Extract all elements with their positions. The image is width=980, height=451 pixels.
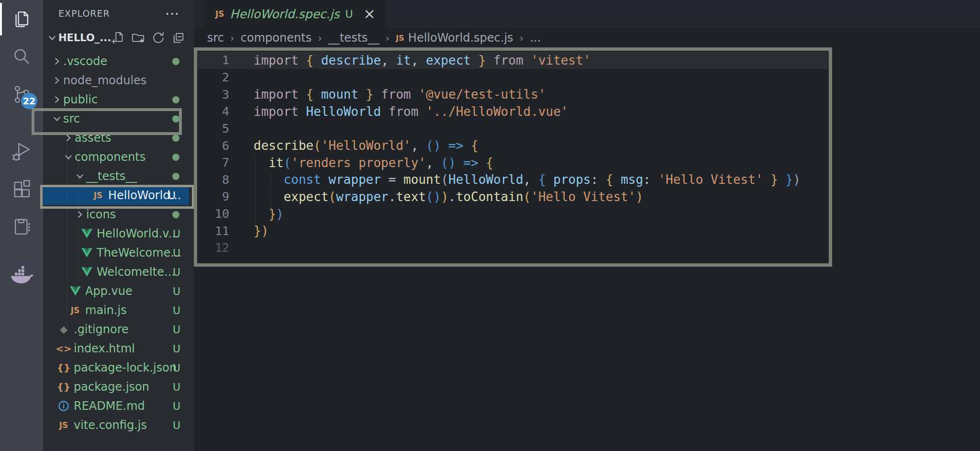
untracked-badge: U: [173, 419, 180, 431]
git-file-icon: ◆: [56, 324, 74, 335]
new-folder-icon[interactable]: [131, 30, 146, 45]
breadcrumb-item-components[interactable]: components: [241, 31, 312, 45]
more-actions-icon[interactable]: ⋯: [165, 9, 179, 18]
info-file-icon: [56, 400, 74, 412]
sidebar-header: EXPLORER ⋯: [43, 0, 194, 27]
code-line-12[interactable]: 12: [194, 239, 980, 257]
code-line-10[interactable]: 10 }): [194, 205, 980, 223]
activity-item-docker[interactable]: [0, 257, 43, 294]
docker-icon: [10, 265, 33, 285]
line-number: 2: [194, 70, 229, 84]
tree-item-label: .gitignore: [74, 323, 129, 336]
activity-item-extensions[interactable]: [0, 170, 43, 208]
code-text: expect(wrapper.text()).toContain('Hello …: [229, 190, 643, 204]
tree-item-src[interactable]: src: [43, 109, 194, 128]
activity-item-source-control[interactable]: 22: [0, 76, 43, 113]
tree-item-package-lock-json[interactable]: {}package-lock.jsonU: [43, 358, 194, 377]
untracked-badge: U: [173, 247, 180, 259]
tree-item-label: README.md: [74, 399, 145, 413]
modified-dot-badge: [172, 211, 179, 218]
tree-item-label: src: [63, 112, 80, 125]
code-text: const wrapper = mount(HelloWorld, { prop…: [229, 172, 801, 187]
breadcrumb-item-[interactable]: ...: [530, 31, 541, 45]
tree-item-public[interactable]: public: [43, 90, 194, 109]
activity-item-run-debug[interactable]: [0, 133, 43, 170]
explorer-sidebar: EXPLORER ⋯ HELLO_... .vscodenode_modules…: [43, 0, 194, 451]
code-line-7[interactable]: 7 it('renders properly', () => {: [194, 154, 980, 171]
tree-item-label: index.html: [74, 342, 135, 355]
tab-helloworld-spec-js[interactable]: JS HelloWorld.spec.js U ×: [205, 0, 386, 28]
tree-item-main-js[interactable]: JSmain.jsU: [43, 301, 194, 320]
code-line-3[interactable]: 3import { mount } from '@vue/test-utils': [194, 86, 980, 103]
new-file-icon[interactable]: [111, 30, 126, 45]
breadcrumb-item-tests[interactable]: __tests__: [328, 31, 379, 45]
code-line-5[interactable]: 5: [194, 120, 980, 137]
tree-item-vite-config-js[interactable]: JSvite.config.jsU: [43, 416, 194, 435]
tree-item-label: __tests__: [86, 169, 137, 183]
tree-item-welcomeite[interactable]: WelcomeIte...U: [43, 262, 194, 282]
untracked-badge: U: [173, 285, 180, 297]
chevron-right-icon: [63, 133, 74, 143]
tree-item-tests[interactable]: __tests__: [43, 167, 194, 186]
breadcrumb-item-helloworld-spec-js[interactable]: JSHelloWorld.spec.js: [396, 31, 513, 45]
code-editor[interactable]: 1import { describe, it, expect } from 'v…: [194, 48, 980, 451]
vue-file-icon: [79, 267, 97, 277]
code-line-2[interactable]: 2: [194, 69, 980, 86]
modified-dot-badge: [172, 135, 179, 142]
untracked-badge: U: [168, 190, 176, 202]
line-number: 5: [194, 122, 229, 135]
code-line-4[interactable]: 4import HelloWorld from '../HelloWorld.v…: [194, 103, 980, 120]
untracked-badge: U: [173, 228, 180, 240]
js-file-icon: JS: [56, 420, 74, 430]
tree-item-helloworld[interactable]: JSHelloWorld...U: [43, 186, 189, 205]
code-text: import { describe, it, expect } from 'vi…: [229, 53, 590, 68]
explorer-toolbar: [111, 30, 186, 45]
activity-item-explorer[interactable]: [0, 1, 43, 38]
close-icon[interactable]: ×: [364, 9, 376, 19]
code-text: it('renders properly', () => {: [229, 156, 493, 170]
line-number: 4: [194, 104, 229, 118]
vue-file-icon: [79, 229, 97, 238]
source-control-badge: 22: [21, 93, 37, 109]
tree-item-label: TheWelcome...: [97, 246, 181, 259]
code-line-11[interactable]: 11}): [194, 222, 980, 239]
explorer-section-header[interactable]: HELLO_...: [43, 27, 194, 49]
chevron-right-icon: [52, 94, 62, 105]
tree-item-vscode[interactable]: .vscode: [43, 52, 194, 71]
line-number: 10: [194, 207, 229, 221]
code-indent-guide: [255, 157, 256, 224]
code-text: describe('HelloWorld', () => {: [229, 138, 479, 153]
code-line-8[interactable]: 8 const wrapper = mount(HelloWorld, { pr…: [194, 171, 980, 188]
json-file-icon: {}: [56, 381, 74, 393]
tree-item-package-json[interactable]: {}package.jsonU: [43, 377, 194, 396]
tree-item-helloworld-v[interactable]: HelloWorld.v...U: [43, 224, 194, 243]
refresh-icon[interactable]: [151, 30, 166, 45]
tree-item-app-vue[interactable]: App.vueU: [43, 282, 194, 301]
collapse-all-icon[interactable]: [171, 30, 186, 45]
tree-item-index-html[interactable]: <>index.htmlU: [43, 339, 194, 358]
activity-item-notebook[interactable]: [0, 208, 43, 245]
line-number: 12: [194, 241, 229, 255]
tree-item-label: components: [75, 150, 145, 164]
code-line-1[interactable]: 1import { describe, it, expect } from 'v…: [194, 52, 829, 69]
untracked-badge: U: [345, 8, 353, 20]
js-file-icon: JS: [91, 191, 108, 200]
breadcrumb: src›components›__tests__›JSHelloWorld.sp…: [194, 28, 980, 48]
tree-item-node-modules[interactable]: node_modules: [43, 71, 194, 90]
tree-item-label: package.json: [74, 380, 149, 394]
editor-group: JS HelloWorld.spec.js U × src›components…: [194, 0, 980, 451]
tree-item-label: public: [63, 93, 98, 106]
breadcrumb-item-src[interactable]: src: [207, 31, 224, 45]
tree-item-readme-md[interactable]: README.mdU: [43, 396, 194, 416]
activity-item-search[interactable]: [0, 38, 43, 76]
tree-item-assets[interactable]: assets: [43, 128, 194, 147]
vue-file-icon: [79, 248, 97, 258]
code-line-9[interactable]: 9 expect(wrapper.text()).toContain('Hell…: [194, 188, 980, 205]
tree-item-thewelcome[interactable]: TheWelcome...U: [43, 243, 194, 262]
code-text: import { mount } from '@vue/test-utils': [229, 87, 546, 101]
untracked-badge: U: [173, 381, 180, 393]
tree-item-components[interactable]: components: [43, 147, 194, 167]
code-line-6[interactable]: 6describe('HelloWorld', () => {: [194, 137, 980, 154]
tree-item-gitignore[interactable]: ◆.gitignoreU: [43, 320, 194, 339]
tree-item-icons[interactable]: icons: [43, 205, 194, 224]
